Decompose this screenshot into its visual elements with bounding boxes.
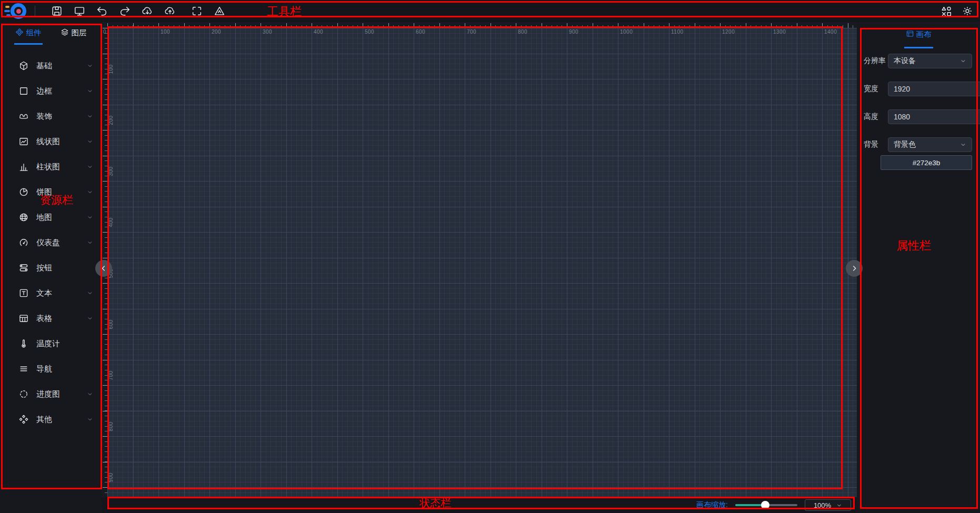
- ruler-top-label: 1400: [824, 29, 837, 35]
- toolbar-divider: [35, 6, 35, 16]
- tab-components[interactable]: 组件: [14, 22, 43, 45]
- resolution-select[interactable]: 本设备: [888, 54, 972, 68]
- canvas-area: 0100200300400500600700800900100011001200…: [102, 22, 859, 497]
- zoom-slider-thumb[interactable]: [761, 501, 769, 509]
- sidebar-item-bar-chart[interactable]: 柱状图: [0, 154, 102, 179]
- chevron-down-icon: [87, 315, 93, 321]
- ruler-left-label: 300: [108, 163, 114, 176]
- background-type-value: 背景色: [894, 140, 916, 149]
- components-shapes-icon: [941, 5, 952, 17]
- ruler-top-label: 1000: [620, 29, 633, 35]
- map-icon: [18, 212, 29, 223]
- sidebar-item-thermometer[interactable]: 温度计: [0, 331, 102, 356]
- preview-monitor-button[interactable]: [73, 5, 86, 17]
- canvas-tab-icon: [906, 29, 914, 39]
- basic-icon: [18, 61, 29, 71]
- preview-monitor-icon: [74, 5, 85, 17]
- components-shapes-button[interactable]: [940, 5, 953, 17]
- upload-cloud-icon: [164, 5, 176, 17]
- sidebar-item-decoration[interactable]: 装饰: [0, 104, 102, 129]
- sidebar-item-gauge[interactable]: 仪表盘: [0, 230, 102, 255]
- chevron-down-icon: [87, 290, 93, 296]
- chevron-down-icon: [87, 189, 93, 195]
- ruler-top-label: 700: [467, 29, 476, 35]
- sidebar-item-text[interactable]: 文本: [0, 280, 102, 306]
- background-color-field[interactable]: #272e3b: [881, 155, 972, 170]
- toolbar: [0, 0, 980, 22]
- sidebar-item-label: 温度计: [36, 339, 60, 349]
- collapse-left-panel-button[interactable]: [95, 260, 112, 277]
- canvas-grid[interactable]: [107, 28, 859, 497]
- sidebar-item-basic[interactable]: 基础: [0, 53, 102, 78]
- ruler-top: [107, 22, 859, 28]
- properties-header: 画布: [857, 22, 980, 48]
- sidebar-item-table[interactable]: 表格: [0, 306, 102, 331]
- sidebar-item-border[interactable]: 边框: [0, 78, 102, 104]
- resolution-label: 分辨率: [864, 56, 888, 66]
- chevron-down-icon: [87, 164, 93, 170]
- background-type-select[interactable]: 背景色: [888, 137, 972, 152]
- chevron-right-icon: [850, 264, 858, 273]
- ruler-top-label: 1300: [773, 29, 786, 35]
- designer-app: 组件 图层 基础边框装饰线状图柱状图饼图地图仪表盘按钮文本表格温度计导航进度图其…: [0, 0, 980, 513]
- chevron-down-icon: [87, 239, 93, 246]
- sidebar-item-other[interactable]: 其他: [0, 407, 102, 432]
- sidebar-item-label: 柱状图: [36, 162, 60, 172]
- chevron-down-icon: [87, 416, 93, 423]
- sidebar-item-pie-chart[interactable]: 饼图: [0, 179, 102, 205]
- sidebar-item-progress[interactable]: 进度图: [0, 381, 102, 407]
- save-button[interactable]: [51, 5, 63, 17]
- height-input[interactable]: [894, 113, 980, 121]
- resolution-row: 分辨率 本设备: [864, 54, 972, 68]
- theme-sun-icon: [962, 5, 973, 17]
- resolution-value: 本设备: [894, 56, 916, 66]
- tab-components-label: 组件: [26, 28, 42, 38]
- width-label: 宽度: [864, 84, 888, 94]
- zoom-percent-select[interactable]: 100%: [805, 499, 851, 511]
- height-row: 高度 − +: [864, 109, 972, 124]
- properties-panel: 画布 分辨率 本设备 宽度 − +: [857, 22, 980, 513]
- width-input[interactable]: [894, 85, 980, 93]
- warning-button[interactable]: [213, 5, 226, 17]
- decoration-icon: [18, 111, 29, 122]
- collapse-right-panel-button[interactable]: [846, 260, 863, 277]
- sidebar-item-map[interactable]: 地图: [0, 205, 102, 230]
- zoom-slider[interactable]: [735, 501, 797, 509]
- download-cloud-button[interactable]: [141, 5, 154, 17]
- sidebar-item-line-chart[interactable]: 线状图: [0, 129, 102, 154]
- save-icon: [51, 5, 63, 17]
- sidebar-item-label: 装饰: [36, 112, 52, 122]
- ruler-left-label: 900: [108, 469, 114, 482]
- sidebar-item-button[interactable]: 按钮: [0, 255, 102, 280]
- tab-layers-label: 图层: [72, 28, 87, 38]
- fullscreen-icon: [191, 5, 203, 17]
- background-row: 背景 背景色: [864, 137, 972, 152]
- undo-button[interactable]: [96, 5, 108, 17]
- ruler-top-label: 0: [103, 29, 106, 35]
- ruler-left-label: 700: [108, 367, 114, 380]
- background-label: 背景: [864, 140, 888, 149]
- warning-icon: [214, 5, 225, 17]
- ruler-left-label: 200: [108, 112, 114, 125]
- ruler-top-label: 200: [212, 29, 221, 35]
- ruler-left-label: 600: [108, 316, 114, 329]
- ruler-left-label: 400: [108, 214, 114, 227]
- fullscreen-button[interactable]: [191, 5, 203, 17]
- redo-button[interactable]: [118, 5, 131, 17]
- annotation-property-label: 属性栏: [896, 238, 931, 254]
- tab-layers[interactable]: 图层: [59, 22, 88, 45]
- chevron-down-icon: [87, 138, 93, 145]
- sidebar-item-label: 饼图: [36, 187, 52, 197]
- sidebar-item-nav[interactable]: 导航: [0, 356, 102, 381]
- nav-icon: [18, 364, 29, 374]
- chevron-down-icon: [87, 88, 93, 94]
- sidebar-item-label: 仪表盘: [36, 238, 60, 248]
- tab-canvas[interactable]: 画布: [904, 23, 933, 48]
- thermometer-icon: [18, 338, 29, 349]
- chevron-down-icon: [87, 113, 93, 119]
- theme-sun-button[interactable]: [961, 5, 974, 17]
- text-icon: [18, 288, 29, 298]
- undo-icon: [96, 5, 108, 17]
- progress-icon: [18, 389, 29, 399]
- upload-cloud-button[interactable]: [164, 5, 176, 17]
